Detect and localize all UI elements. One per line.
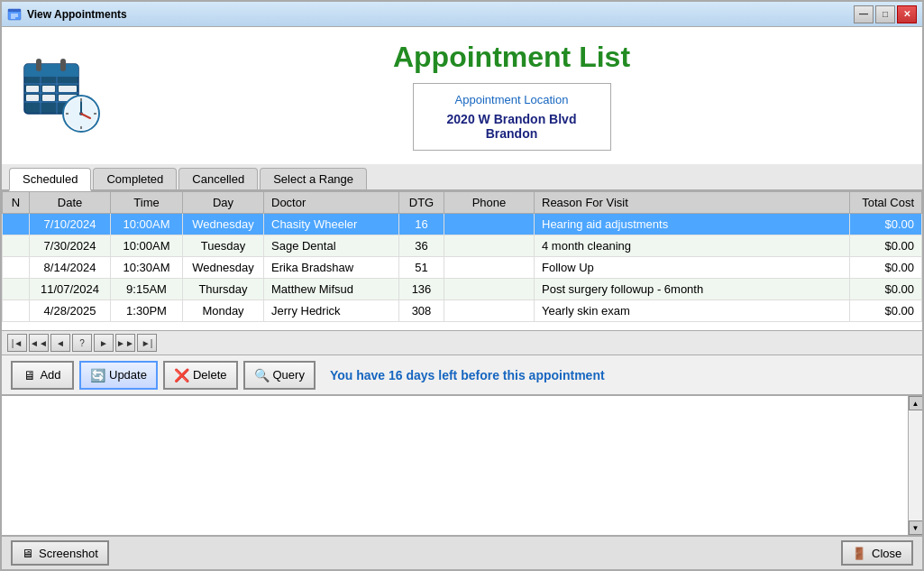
svg-rect-9 bbox=[60, 59, 66, 71]
table-row[interactable]: 8/14/2024 10:30AM Wednesday Erika Bradsh… bbox=[3, 257, 922, 279]
col-header-day: Day bbox=[183, 192, 264, 214]
cell-day: Thursday bbox=[183, 279, 264, 300]
title-bar-left: View Appointments bbox=[7, 7, 127, 22]
delete-button[interactable]: ❌ Delete bbox=[163, 361, 238, 390]
query-icon: 🔍 bbox=[254, 368, 270, 382]
update-button[interactable]: 🔄 Update bbox=[79, 361, 158, 390]
content-area: Appointment List Appointment Location 20… bbox=[2, 27, 922, 569]
nav-next-page-button[interactable]: ►► bbox=[115, 334, 135, 352]
window-close-button[interactable]: ✕ bbox=[897, 5, 917, 23]
notes-textarea[interactable] bbox=[2, 396, 908, 535]
svg-rect-18 bbox=[26, 95, 39, 101]
cell-n bbox=[3, 300, 30, 322]
header-section: Appointment List Appointment Location 20… bbox=[2, 27, 922, 164]
cell-doctor: Erika Bradshaw bbox=[264, 257, 399, 279]
table-row[interactable]: 11/07/2024 9:15AM Thursday Matthew Mifsu… bbox=[3, 279, 922, 300]
cell-time: 1:30PM bbox=[111, 300, 183, 322]
maximize-button[interactable]: □ bbox=[875, 5, 895, 23]
cell-day: Wednesday bbox=[183, 214, 264, 235]
cell-cost: $0.00 bbox=[850, 300, 922, 322]
add-button[interactable]: 🖥 Add bbox=[11, 361, 74, 390]
col-header-date: Date bbox=[30, 192, 111, 214]
close-button[interactable]: 🚪 Close bbox=[841, 540, 913, 566]
svg-rect-7 bbox=[24, 73, 78, 77]
days-left-message: You have 16 days left before this appoin… bbox=[330, 368, 605, 382]
cell-doctor: Matthew Mifsud bbox=[264, 279, 399, 300]
cell-date: 11/07/2024 bbox=[30, 279, 111, 300]
cell-cost: $0.00 bbox=[850, 214, 922, 235]
col-header-dtg: DTG bbox=[399, 192, 444, 214]
bottom-bar: 🖥 Screenshot 🚪 Close bbox=[2, 535, 922, 569]
tab-completed[interactable]: Completed bbox=[93, 168, 177, 189]
screenshot-label: Screenshot bbox=[39, 547, 98, 560]
main-window: View Appointments — □ ✕ bbox=[0, 0, 924, 571]
col-header-phone: Phone bbox=[444, 192, 535, 214]
cell-time: 10:30AM bbox=[111, 257, 183, 279]
cell-time: 10:00AM bbox=[111, 214, 183, 235]
nav-next-button[interactable]: ► bbox=[94, 334, 114, 352]
close-label: Close bbox=[872, 547, 901, 560]
header-center: Appointment List Appointment Location 20… bbox=[119, 41, 904, 151]
col-header-n: N bbox=[3, 192, 30, 214]
tab-select-range[interactable]: Select a Range bbox=[260, 168, 367, 189]
cell-phone bbox=[444, 279, 535, 300]
col-header-doctor: Doctor bbox=[264, 192, 399, 214]
text-area-row: ▲ ▼ bbox=[2, 396, 922, 535]
table-row[interactable]: 7/10/2024 10:00AM Wednesday Chasity Whee… bbox=[3, 214, 922, 235]
table-container: N Date Time Day Doctor DTG Phone Reason … bbox=[2, 191, 922, 330]
cell-n bbox=[3, 257, 30, 279]
cell-dtg: 16 bbox=[399, 214, 444, 235]
svg-rect-8 bbox=[36, 59, 41, 71]
title-bar: View Appointments — □ ✕ bbox=[2, 2, 922, 27]
window-icon bbox=[7, 7, 22, 22]
col-header-cost: Total Cost bbox=[850, 192, 922, 214]
cell-date: 7/30/2024 bbox=[30, 235, 111, 257]
cell-date: 4/28/2025 bbox=[30, 300, 111, 322]
table-row[interactable]: 4/28/2025 1:30PM Monday Jerry Hedrick 30… bbox=[3, 300, 922, 322]
query-button[interactable]: 🔍 Query bbox=[243, 361, 316, 390]
location-label: Appointment Location bbox=[432, 93, 592, 106]
svg-rect-17 bbox=[59, 86, 77, 92]
cell-dtg: 308 bbox=[399, 300, 444, 322]
cell-dtg: 136 bbox=[399, 279, 444, 300]
tab-cancelled[interactable]: Cancelled bbox=[178, 168, 258, 189]
nav-last-button[interactable]: ►| bbox=[137, 334, 157, 352]
cell-cost: $0.00 bbox=[850, 235, 922, 257]
scroll-up-button[interactable]: ▲ bbox=[909, 396, 923, 410]
minimize-button[interactable]: — bbox=[854, 5, 874, 23]
cell-reason: 4 month cleaning bbox=[535, 235, 850, 257]
cell-n bbox=[3, 235, 30, 257]
cell-phone bbox=[444, 235, 535, 257]
appointments-table: N Date Time Day Doctor DTG Phone Reason … bbox=[2, 191, 922, 322]
nav-prev-page-button[interactable]: ◄◄ bbox=[29, 334, 49, 352]
tab-scheduled[interactable]: Scheduled bbox=[9, 168, 91, 191]
cell-doctor: Chasity Wheeler bbox=[264, 214, 399, 235]
cell-day: Wednesday bbox=[183, 257, 264, 279]
delete-icon: ❌ bbox=[174, 368, 189, 382]
scroll-down-button[interactable]: ▼ bbox=[909, 520, 923, 535]
nav-help-button[interactable]: ? bbox=[72, 334, 92, 352]
scrollbar-vertical: ▲ ▼ bbox=[908, 396, 922, 535]
calendar-icon bbox=[20, 55, 101, 136]
window-title: View Appointments bbox=[27, 8, 127, 21]
location-city: Brandon bbox=[432, 126, 592, 141]
screenshot-button[interactable]: 🖥 Screenshot bbox=[11, 540, 109, 566]
add-icon: 🖥 bbox=[23, 368, 36, 382]
cell-phone bbox=[444, 214, 535, 235]
cell-cost: $0.00 bbox=[850, 279, 922, 300]
cell-date: 8/14/2024 bbox=[30, 257, 111, 279]
nav-prev-button[interactable]: ◄ bbox=[50, 334, 70, 352]
cell-day: Monday bbox=[183, 300, 264, 322]
col-header-reason: Reason For Visit bbox=[535, 192, 850, 214]
add-label: Add bbox=[40, 368, 60, 382]
scroll-track bbox=[909, 410, 922, 520]
cell-time: 10:00AM bbox=[111, 235, 183, 257]
cell-day: Tuesday bbox=[183, 235, 264, 257]
table-row[interactable]: 7/30/2024 10:00AM Tuesday Sage Dental 36… bbox=[3, 235, 922, 257]
update-icon: 🔄 bbox=[90, 368, 105, 382]
tabs-bar: Scheduled Completed Cancelled Select a R… bbox=[2, 164, 922, 191]
nav-first-button[interactable]: |◄ bbox=[7, 334, 27, 352]
close-icon: 🚪 bbox=[852, 547, 866, 560]
cell-dtg: 36 bbox=[399, 235, 444, 257]
delete-label: Delete bbox=[193, 368, 227, 382]
